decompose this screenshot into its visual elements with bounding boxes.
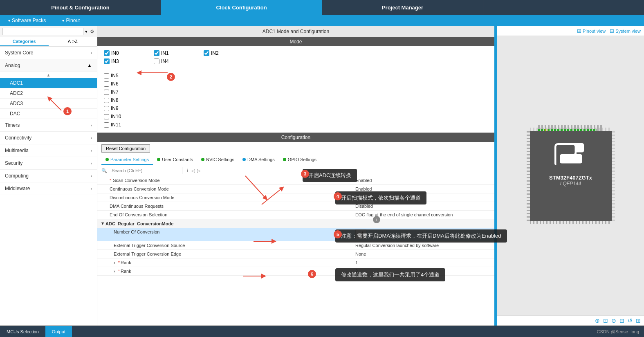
sidebar-search-bar: ▾ ⚙ bbox=[0, 26, 97, 37]
checkbox-in3-row: IN3 bbox=[104, 58, 153, 65]
tab-dot-green bbox=[157, 158, 160, 161]
param-table: *Scan Conversion Mode Enabled Continuous… bbox=[97, 176, 494, 276]
sidebar-item-security[interactable]: Security › bbox=[0, 157, 97, 170]
gear-icon[interactable]: ⚙ bbox=[90, 29, 94, 34]
checkbox-in7[interactable] bbox=[104, 90, 109, 95]
section-header-regular: ▾ ADC_Regular_ConversionMode bbox=[97, 219, 494, 228]
mcu-view: STM32F407ZGTx LQFP144 开启ADC连续转换 开启扫描模式，依… bbox=[497, 36, 644, 315]
view-toolbar: ⊞ Pinout view ⊟ System view bbox=[497, 26, 644, 36]
section-header-label: ADC_Regular_ConversionMode bbox=[105, 221, 173, 226]
bottom-bar: MCUs Selection Output CSDN @Sense_long bbox=[0, 326, 644, 337]
bottom-tab-output[interactable]: Output bbox=[45, 326, 72, 337]
mode-section: Mode IN0 IN1 IN2 bbox=[97, 37, 494, 133]
next-icon[interactable]: ▷ bbox=[197, 168, 200, 173]
checkbox-in8[interactable] bbox=[104, 98, 109, 103]
checkbox-in4-row: IN4 bbox=[154, 58, 203, 65]
checkbox-in5[interactable] bbox=[104, 73, 109, 79]
checkbox-in3-label: IN3 bbox=[111, 58, 119, 64]
sidebar-item-dac[interactable]: DAC bbox=[0, 109, 97, 119]
chevron-down-icon: ▾ bbox=[62, 18, 64, 23]
sidebar-search-input[interactable] bbox=[2, 28, 83, 35]
param-continuous-conversion: Continuous Conversion Mode Enabled bbox=[97, 185, 494, 193]
tab-az[interactable]: A->Z bbox=[49, 37, 97, 46]
channel-list: IN5 IN6 IN7 IN8 bbox=[97, 68, 494, 132]
pinout-view-button[interactable]: ⊞ Pinout view bbox=[577, 28, 606, 34]
checkbox-in0[interactable] bbox=[104, 50, 110, 56]
zoom-in-icon[interactable]: ⊕ bbox=[595, 317, 600, 324]
nav-pinout[interactable]: Pinout & Configuration bbox=[0, 0, 161, 15]
sidebar-item-adc3[interactable]: ADC3 bbox=[0, 99, 97, 109]
param-ext-trigger-edge: External Trigger Conversion Edge None bbox=[97, 250, 494, 258]
checkbox-in2-row: IN2 bbox=[204, 49, 253, 57]
param-rank2: › *Rank 2 bbox=[97, 267, 494, 276]
mode-title: Mode bbox=[97, 37, 494, 46]
layout-icon[interactable]: ⊟ bbox=[619, 317, 624, 324]
mcu-chip-model: STM32F407ZGTx bbox=[538, 175, 604, 181]
param-scan-label: *Scan Conversion Mode bbox=[97, 176, 351, 184]
param-continuous-label: Continuous Conversion Mode bbox=[97, 185, 351, 193]
section-collapse-icon[interactable]: ▾ bbox=[101, 221, 104, 226]
mcu-brand-logo bbox=[538, 143, 604, 171]
sidebar-item-adc1[interactable]: ADC1 bbox=[0, 78, 97, 88]
checkbox-in1[interactable] bbox=[154, 50, 159, 56]
sidebar-item-timers[interactable]: Timers › bbox=[0, 119, 97, 132]
checkbox-in2[interactable] bbox=[204, 50, 209, 56]
tab-dma-settings[interactable]: DMA Settings bbox=[238, 155, 279, 165]
subnav-pinout[interactable]: ▾ Pinout bbox=[54, 18, 88, 23]
zoom-out-icon[interactable]: ⊖ bbox=[611, 317, 616, 324]
sidebar-item-system-core[interactable]: System Core › bbox=[0, 47, 97, 59]
reset-config-button[interactable]: Reset Configuration bbox=[101, 144, 150, 153]
param-continuous-value: Enabled bbox=[351, 185, 494, 193]
main-layout: ▾ ⚙ Categories A->Z System Core › Analog… bbox=[0, 26, 644, 326]
nav-clock[interactable]: Clock Configuration bbox=[161, 0, 322, 15]
collapse-btn[interactable]: ▲ bbox=[0, 72, 97, 78]
sidebar-item-analog[interactable]: Analog ▲ bbox=[0, 59, 97, 72]
pinout-view-icon: ⊞ bbox=[577, 28, 581, 34]
tab-parameter-settings[interactable]: Parameter Settings bbox=[101, 155, 153, 165]
content-area: ADC1 Mode and Configuration Mode IN0 IN1 bbox=[97, 26, 494, 326]
channel-in10-label: IN10 bbox=[111, 114, 121, 119]
sidebar-item-adc2[interactable]: ADC2 bbox=[0, 88, 97, 99]
nav-project[interactable]: Project Manager bbox=[322, 0, 483, 15]
checkbox-in0-label: IN0 bbox=[111, 50, 119, 56]
bottom-tab-mcus[interactable]: MCUs Selection bbox=[0, 326, 45, 337]
channel-in11-label: IN11 bbox=[111, 122, 121, 128]
param-discontinuous-label: Discontinuous Conversion Mode bbox=[97, 193, 351, 202]
config-title: Configuration bbox=[97, 133, 494, 142]
checkbox-in3[interactable] bbox=[104, 58, 110, 64]
checkbox-in11[interactable] bbox=[104, 122, 109, 128]
tab-categories[interactable]: Categories bbox=[0, 37, 49, 46]
tab-nvic-settings[interactable]: NVIC Settings bbox=[197, 155, 238, 165]
param-search-input[interactable] bbox=[109, 167, 182, 174]
sidebar-item-multimedia[interactable]: Multimedia › bbox=[0, 144, 97, 157]
config-tabs: Parameter Settings User Constants NVIC S… bbox=[97, 155, 494, 165]
param-scan-value: Enabled bbox=[351, 176, 494, 184]
mcu-pins-top bbox=[530, 128, 612, 131]
sidebar-item-computing[interactable]: Computing › bbox=[0, 170, 97, 182]
checkbox-in4[interactable] bbox=[154, 58, 159, 64]
sidebar-item-connectivity[interactable]: Connectivity › bbox=[0, 132, 97, 144]
checkbox-in6[interactable] bbox=[104, 81, 109, 87]
subnav-software-packs[interactable]: ▾ Software Packs bbox=[0, 18, 54, 23]
chevron-down-icon: ▾ bbox=[8, 18, 10, 23]
sidebar-item-middleware[interactable]: Middleware › bbox=[0, 182, 97, 195]
mcu-chip: STM32F407ZGTx LQFP144 bbox=[530, 131, 612, 221]
chevron-right-icon: › bbox=[91, 148, 92, 153]
param-eoc-selection: End Of Conversion Selection EOC flag at … bbox=[97, 211, 494, 219]
system-view-button[interactable]: ⊟ System view bbox=[610, 28, 641, 34]
tab-user-constants[interactable]: User Constants bbox=[153, 155, 197, 165]
nav-extra[interactable] bbox=[483, 0, 644, 15]
split-icon[interactable]: ⊞ bbox=[636, 317, 641, 324]
fit-icon[interactable]: ⊡ bbox=[603, 317, 608, 324]
checkbox-in10[interactable] bbox=[104, 114, 109, 119]
channel-in9-label: IN9 bbox=[111, 106, 119, 111]
tab-gpio-settings[interactable]: GPIO Settings bbox=[279, 155, 321, 165]
top-nav: Pinout & Configuration Clock Configurati… bbox=[0, 0, 644, 15]
checkbox-in9[interactable] bbox=[104, 106, 109, 111]
sidebar-tabs: Categories A->Z bbox=[0, 37, 97, 47]
chevron-right-icon: › bbox=[91, 136, 92, 140]
chevron-right-icon: › bbox=[91, 161, 92, 166]
rotate-icon[interactable]: ↺ bbox=[628, 317, 633, 324]
prev-icon[interactable]: ◁ bbox=[191, 168, 195, 173]
param-num-label: Number Of Conversion bbox=[97, 228, 351, 241]
